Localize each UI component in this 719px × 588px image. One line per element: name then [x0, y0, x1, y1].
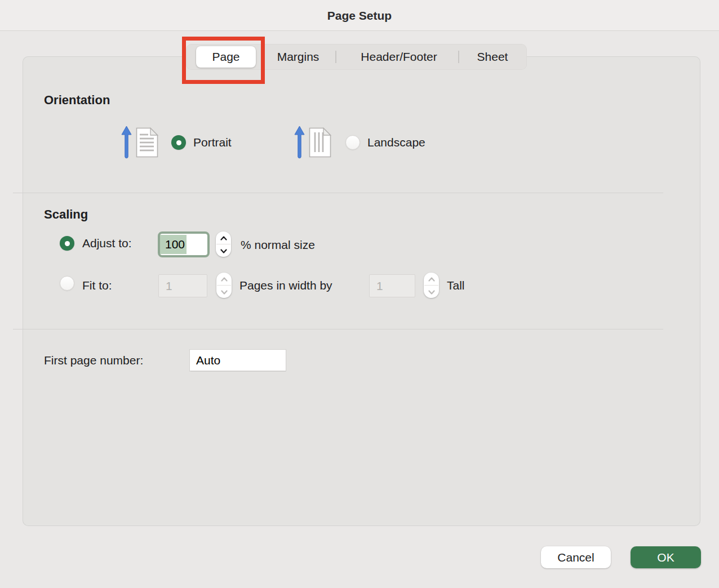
pages-tall-stepper[interactable] [424, 273, 439, 298]
cancel-button[interactable]: Cancel [541, 546, 611, 568]
percent-normal-size-label: % normal size [241, 238, 315, 252]
adjust-to-input[interactable]: 100 [158, 231, 210, 257]
chevron-down-icon [220, 246, 227, 256]
first-page-number-input[interactable]: Auto [189, 349, 286, 371]
tall-label: Tall [447, 278, 465, 293]
pages-wide-stepper-up[interactable] [216, 273, 232, 285]
adjust-to-label[interactable]: Adjust to: [82, 236, 132, 251]
chevron-up-icon [428, 274, 435, 284]
adjust-to-radio[interactable] [60, 236, 74, 251]
portrait-radio[interactable] [171, 135, 186, 150]
dialog-title: Page Setup [0, 0, 719, 31]
pages-tall-input[interactable]: 1 [369, 274, 415, 297]
tab-sheet[interactable]: Sheet [471, 44, 514, 70]
pages-wide-stepper[interactable] [216, 273, 232, 298]
landscape-radio[interactable] [345, 135, 360, 150]
first-page-number-label: First page number: [44, 353, 143, 368]
pages-wide-input[interactable]: 1 [158, 274, 207, 297]
pages-in-width-by-label: Pages in width by [239, 278, 332, 293]
portrait-label[interactable]: Portrait [193, 135, 232, 150]
adjust-to-stepper-down[interactable] [216, 244, 231, 257]
pages-tall-stepper-up[interactable] [424, 273, 439, 285]
tab-divider [335, 51, 336, 63]
selected-text: 100 [160, 235, 187, 254]
tab-divider [458, 51, 459, 63]
adjust-to-stepper-up[interactable] [216, 231, 231, 244]
pages-wide-stepper-down[interactable] [216, 286, 232, 298]
fit-to-radio[interactable] [60, 276, 74, 291]
chevron-up-icon [221, 274, 228, 284]
adjust-to-stepper[interactable] [216, 231, 231, 257]
chevron-down-icon [221, 287, 228, 297]
ok-button[interactable]: OK [631, 546, 701, 568]
tab-header-footer[interactable]: Header/Footer [348, 44, 450, 70]
chevron-up-icon [220, 233, 227, 243]
chevron-down-icon [428, 287, 435, 297]
fit-to-label[interactable]: Fit to: [82, 278, 112, 293]
dialog-titlebar: Page Setup [0, 0, 719, 31]
pages-tall-stepper-down[interactable] [424, 286, 439, 298]
annotation-highlight-page-tab [182, 37, 265, 84]
scaling-heading: Scaling [44, 207, 88, 222]
tab-margins[interactable]: Margins [269, 44, 327, 70]
section-divider [13, 329, 663, 329]
landscape-label[interactable]: Landscape [367, 135, 425, 150]
page-setup-dialog: Page Setup Page Margins Header/Footer Sh… [0, 0, 719, 588]
section-divider [13, 193, 663, 193]
orientation-heading: Orientation [44, 93, 110, 108]
